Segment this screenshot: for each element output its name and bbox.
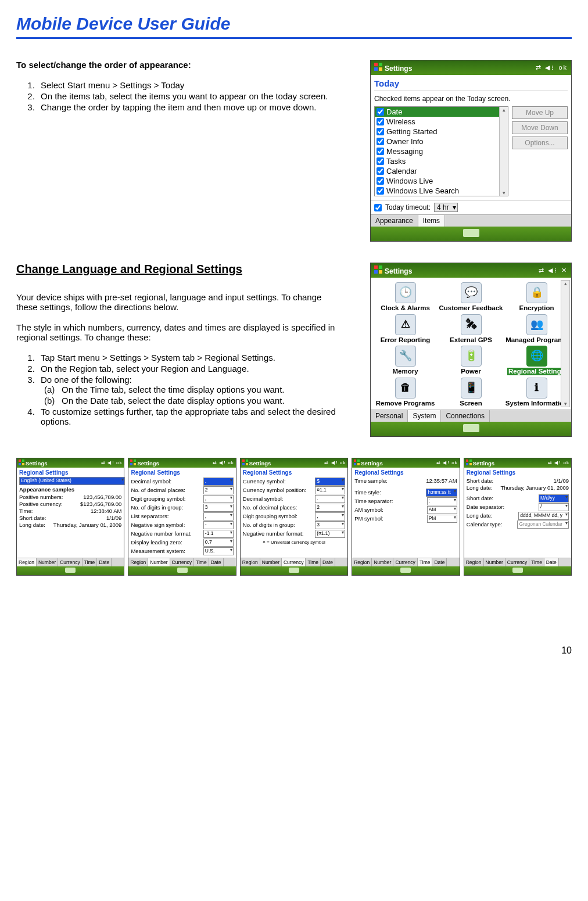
- select[interactable]: 3: [203, 504, 234, 512]
- list-item[interactable]: Windows Live: [375, 176, 508, 186]
- select[interactable]: .: [203, 478, 234, 486]
- tab-date[interactable]: Date: [432, 558, 447, 566]
- select[interactable]: (¤1.1): [315, 530, 345, 538]
- list-item[interactable]: Calendar: [375, 166, 508, 176]
- checkbox[interactable]: [377, 128, 384, 135]
- sip-bar[interactable]: [371, 422, 571, 436]
- list-item[interactable]: Owner Info: [375, 137, 508, 146]
- tab-region[interactable]: Region: [241, 558, 260, 566]
- select[interactable]: h:mm:ss tt: [426, 489, 457, 497]
- sip-bar[interactable]: [17, 566, 124, 575]
- select[interactable]: PM: [427, 515, 457, 523]
- select[interactable]: AM: [427, 506, 457, 514]
- select[interactable]: Gregorian Calendar: [517, 521, 569, 529]
- grid-item-customer-feedback[interactable]: 💬Customer Feedback: [439, 282, 503, 312]
- grid-item-encryption[interactable]: 🔒Encryption: [504, 282, 569, 312]
- grid-item-error-reporting[interactable]: ⚠Error Reporting: [373, 314, 438, 344]
- tab-number[interactable]: Number: [484, 558, 505, 566]
- checkbox[interactable]: [377, 108, 384, 116]
- items-listbox[interactable]: Date Wireless Getting Started Owner Info…: [374, 106, 508, 196]
- select[interactable]: 2: [315, 504, 345, 512]
- checkbox[interactable]: [377, 167, 384, 175]
- list-item[interactable]: Getting Started: [375, 127, 508, 137]
- tab-date[interactable]: Date: [544, 558, 559, 566]
- tab-date[interactable]: Date: [209, 558, 224, 566]
- select[interactable]: ,: [203, 512, 234, 521]
- tab-connections[interactable]: Connections: [441, 410, 490, 422]
- tab-time[interactable]: Time: [529, 558, 544, 566]
- today-timeout-select[interactable]: 4 hr▾: [434, 203, 458, 212]
- list-item[interactable]: Date: [375, 107, 508, 117]
- tab-system[interactable]: System: [408, 410, 441, 422]
- sip-bar[interactable]: [352, 566, 459, 575]
- select[interactable]: ,: [203, 495, 234, 503]
- tab-currency[interactable]: Currency: [282, 558, 306, 566]
- tab-currency[interactable]: Currency: [170, 558, 194, 566]
- grid-item-external-gps[interactable]: 🛰External GPS: [439, 314, 503, 344]
- list-item[interactable]: Windows Live Search: [375, 186, 508, 196]
- tab-currency[interactable]: Currency: [393, 558, 417, 566]
- tab-currency[interactable]: Currency: [58, 558, 82, 566]
- select[interactable]: 0.7: [203, 539, 234, 547]
- checkbox[interactable]: [377, 148, 384, 155]
- select[interactable]: .: [315, 495, 345, 503]
- tab-items[interactable]: Items: [418, 215, 445, 227]
- list-item[interactable]: Wireless: [375, 117, 508, 127]
- tab-time[interactable]: Time: [83, 558, 98, 566]
- checkbox[interactable]: [377, 177, 384, 185]
- select[interactable]: 3: [315, 521, 345, 529]
- tab-date[interactable]: Date: [97, 558, 112, 566]
- today-timeout-checkbox[interactable]: [374, 204, 382, 211]
- move-up-button[interactable]: Move Up: [512, 106, 568, 119]
- grid-item-power[interactable]: 🔋Power: [439, 346, 503, 375]
- tab-region[interactable]: Region: [17, 558, 37, 566]
- scrollbar[interactable]: ▴▾: [561, 280, 570, 407]
- sip-bar[interactable]: [464, 566, 571, 575]
- select[interactable]: /: [539, 503, 569, 511]
- sip-bar[interactable]: [371, 227, 571, 241]
- select[interactable]: ,: [315, 512, 345, 521]
- region-select[interactable]: English (United States): [19, 477, 125, 485]
- tab-appearance[interactable]: Appearance: [371, 215, 418, 227]
- select[interactable]: -1.1: [203, 530, 234, 538]
- tab-number[interactable]: Number: [372, 558, 393, 566]
- grid-item-managed-programs[interactable]: 👥Managed Programs: [504, 314, 569, 344]
- tab-number[interactable]: Number: [148, 558, 170, 566]
- options-button[interactable]: Options...: [512, 137, 568, 149]
- checkbox[interactable]: [377, 187, 384, 195]
- grid-item-screen[interactable]: 📱Screen: [439, 378, 503, 407]
- select[interactable]: U.S.: [203, 547, 234, 555]
- select[interactable]: dddd, MMMM dd, y: [518, 512, 569, 520]
- tab-time[interactable]: Time: [306, 558, 321, 566]
- tab-region[interactable]: Region: [128, 558, 148, 566]
- sip-bar[interactable]: [128, 566, 235, 575]
- tab-personal[interactable]: Personal: [371, 410, 408, 422]
- grid-item-memory[interactable]: 🔧Memory: [373, 346, 438, 375]
- grid-item-remove-programs[interactable]: 🗑Remove Programs: [373, 378, 438, 407]
- grid-item-regional-settings[interactable]: 🌐Regional Settings: [504, 346, 569, 375]
- tab-region[interactable]: Region: [352, 558, 372, 566]
- list-item[interactable]: Messaging: [375, 146, 508, 156]
- tab-number[interactable]: Number: [37, 558, 58, 566]
- tab-time[interactable]: Time: [194, 558, 209, 566]
- select[interactable]: ¤1.1: [315, 486, 345, 494]
- checkbox[interactable]: [377, 157, 384, 165]
- select[interactable]: M/d/yy: [539, 494, 569, 502]
- grid-item-clock-alarms[interactable]: 🕒Clock & Alarms: [373, 282, 438, 312]
- select[interactable]: :: [427, 497, 457, 505]
- select[interactable]: -: [203, 521, 234, 529]
- tab-region[interactable]: Region: [464, 558, 484, 566]
- select[interactable]: 2: [203, 486, 234, 494]
- scrollbar[interactable]: ▴▾: [499, 107, 508, 196]
- checkbox[interactable]: [377, 138, 384, 145]
- tab-currency[interactable]: Currency: [505, 558, 529, 566]
- checkbox[interactable]: [377, 118, 384, 125]
- tab-number[interactable]: Number: [260, 558, 282, 566]
- tab-time[interactable]: Time: [418, 558, 433, 566]
- move-down-button[interactable]: Move Down: [512, 121, 568, 134]
- sip-bar[interactable]: [241, 566, 347, 575]
- list-item[interactable]: Tasks: [375, 156, 508, 166]
- tab-date[interactable]: Date: [321, 558, 335, 566]
- select[interactable]: $: [315, 478, 345, 486]
- grid-item-system-information[interactable]: ℹSystem Information: [504, 378, 569, 407]
